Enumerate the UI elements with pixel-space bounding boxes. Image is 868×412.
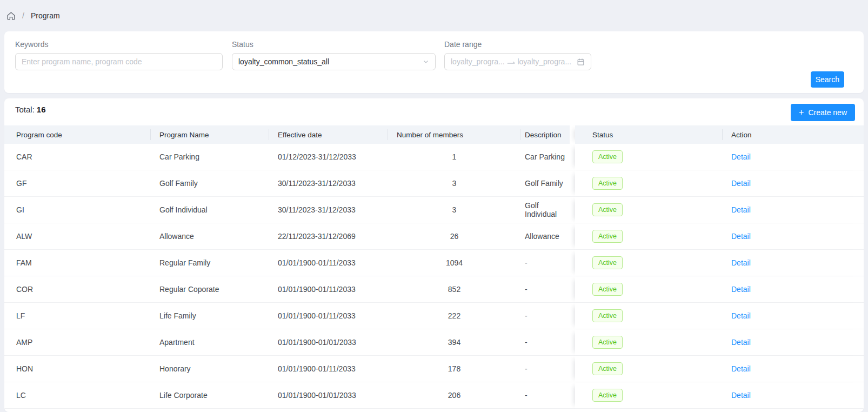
cell-program-name: Golf Individual — [151, 197, 269, 223]
status-badge: Active — [592, 256, 623, 269]
cell-action: Detail — [723, 250, 864, 276]
cell-program-code: GF — [4, 170, 151, 197]
search-button[interactable]: Search — [811, 71, 844, 88]
cell-program-code: ALW — [4, 223, 151, 250]
column-header-effective-date: Effective date — [269, 125, 388, 144]
status-badge: Active — [592, 203, 623, 216]
cell-effective-date: 30/11/2023-31/12/2033 — [269, 197, 388, 223]
status-badge: Active — [592, 177, 623, 190]
cell-program-code: LC — [4, 382, 151, 409]
cell-effective-date: 22/11/2023-31/12/2069 — [269, 223, 388, 250]
cell-number-of-members: 26 — [388, 223, 520, 250]
keywords-label: Keywords — [15, 40, 223, 49]
total-count: Total:16 — [15, 103, 46, 114]
cell-program-name: Allowance — [151, 223, 269, 250]
table-row: CAR Car Parking 01/12/2023-31/12/2033 1 … — [4, 144, 864, 170]
column-header-number-of-members: Number of members — [388, 125, 520, 144]
table-row: LC Life Corporate 01/01/1900-01/01/2033 … — [4, 382, 864, 409]
cell-status: Active — [575, 303, 723, 329]
detail-link[interactable]: Detail — [731, 232, 751, 241]
table-header-row: Program code Program Name Effective date… — [4, 125, 864, 144]
detail-link[interactable]: Detail — [731, 311, 751, 320]
detail-link[interactable]: Detail — [731, 179, 751, 188]
detail-link[interactable]: Detail — [731, 258, 751, 267]
cell-action: Detail — [723, 329, 864, 356]
cell-status: Active — [575, 197, 723, 223]
cell-effective-date: 01/01/1900-01/11/2033 — [269, 276, 388, 303]
column-header-action: Action — [723, 125, 864, 144]
detail-link[interactable]: Detail — [731, 205, 751, 214]
cell-program-code: AMP — [4, 329, 151, 356]
detail-link[interactable]: Detail — [731, 338, 751, 347]
status-badge: Active — [592, 283, 623, 296]
cell-effective-date: 30/11/2023-31/12/2033 — [269, 170, 388, 197]
cell-effective-date: 01/12/2023-31/12/2033 — [269, 144, 388, 170]
status-badge: Active — [592, 336, 623, 349]
fixed-columns: Active Detail — [575, 144, 864, 170]
keywords-input[interactable] — [15, 53, 223, 70]
cell-effective-date: 01/01/1900-01/01/2033 — [269, 382, 388, 409]
detail-link[interactable]: Detail — [731, 152, 751, 161]
table-row: FAM Regular Family 01/01/1900-01/11/2033… — [4, 250, 864, 276]
cell-description: Golf Individual — [520, 197, 575, 223]
cell-program-name: Life Corporate — [151, 382, 269, 409]
cell-status: Active — [575, 276, 723, 303]
detail-link[interactable]: Detail — [731, 285, 751, 294]
date-range-field: Date range loyalty_progra... loyalty_pro… — [444, 40, 591, 70]
cell-status: Active — [575, 144, 723, 170]
column-header-program-code: Program code — [4, 125, 151, 144]
column-header-program-name: Program Name — [151, 125, 269, 144]
table-body: CAR Car Parking 01/12/2023-31/12/2033 1 … — [4, 144, 864, 409]
cell-program-code: LF — [4, 303, 151, 329]
fixed-columns: Active Detail — [575, 356, 864, 382]
cell-number-of-members: 394 — [388, 329, 520, 356]
date-range-picker[interactable]: loyalty_progra... loyalty_progra... — [444, 53, 591, 70]
fixed-columns: Active Detail — [575, 303, 864, 329]
table-row: AMP Apartment 01/01/1900-01/01/2033 394 … — [4, 329, 864, 356]
status-select[interactable]: loyalty_common_status_all — [232, 53, 436, 70]
cell-description: Allowance — [520, 223, 575, 250]
cell-number-of-members: 3 — [388, 197, 520, 223]
total-label: Total: — [15, 105, 35, 114]
fixed-columns: Active Detail — [575, 170, 864, 197]
cell-program-name: Apartment — [151, 329, 269, 356]
cell-status: Active — [575, 170, 723, 197]
table-row: COR Regular Coporate 01/01/1900-01/11/20… — [4, 276, 864, 303]
cell-number-of-members: 206 — [388, 382, 520, 409]
table-row: ALW Allowance 22/11/2023-31/12/2069 26 A… — [4, 223, 864, 250]
cell-number-of-members: 1 — [388, 144, 520, 170]
cell-program-name: Car Parking — [151, 144, 269, 170]
cell-number-of-members: 222 — [388, 303, 520, 329]
date-range-label: Date range — [444, 40, 591, 49]
status-select-value: loyalty_common_status_all — [238, 57, 329, 66]
filter-panel: Keywords Status loyalty_common_status_al… — [4, 31, 864, 93]
cell-action: Detail — [723, 144, 864, 170]
cell-status: Active — [575, 382, 723, 409]
home-icon[interactable] — [6, 11, 16, 21]
cell-number-of-members: 3 — [388, 170, 520, 197]
status-badge: Active — [592, 230, 623, 243]
detail-link[interactable]: Detail — [731, 364, 751, 373]
column-header-description: Description — [520, 125, 570, 144]
fixed-columns-header: Status Action — [575, 125, 864, 144]
cell-description: - — [520, 303, 575, 329]
fixed-columns: Active Detail — [575, 250, 864, 276]
fixed-columns: Active Detail — [575, 329, 864, 356]
create-new-label: Create new — [808, 108, 847, 117]
cell-description: - — [520, 382, 575, 409]
keywords-field: Keywords — [15, 40, 223, 70]
cell-status: Active — [575, 223, 723, 250]
swap-right-icon — [507, 61, 516, 66]
cell-description: - — [520, 276, 575, 303]
detail-link[interactable]: Detail — [731, 391, 751, 400]
cell-action: Detail — [723, 223, 864, 250]
cell-program-code: GI — [4, 197, 151, 223]
create-new-button[interactable]: + Create new — [791, 104, 855, 121]
cell-action: Detail — [723, 276, 864, 303]
table-row: LF Life Family 01/01/1900-01/11/2033 222… — [4, 303, 864, 329]
program-table-panel: Total:16 + Create new Program code Progr… — [4, 98, 864, 412]
program-table: Program code Program Name Effective date… — [4, 125, 864, 409]
calendar-icon — [577, 58, 585, 66]
cell-effective-date: 01/01/1900-01/01/2033 — [269, 329, 388, 356]
cell-program-name: Regular Coporate — [151, 276, 269, 303]
